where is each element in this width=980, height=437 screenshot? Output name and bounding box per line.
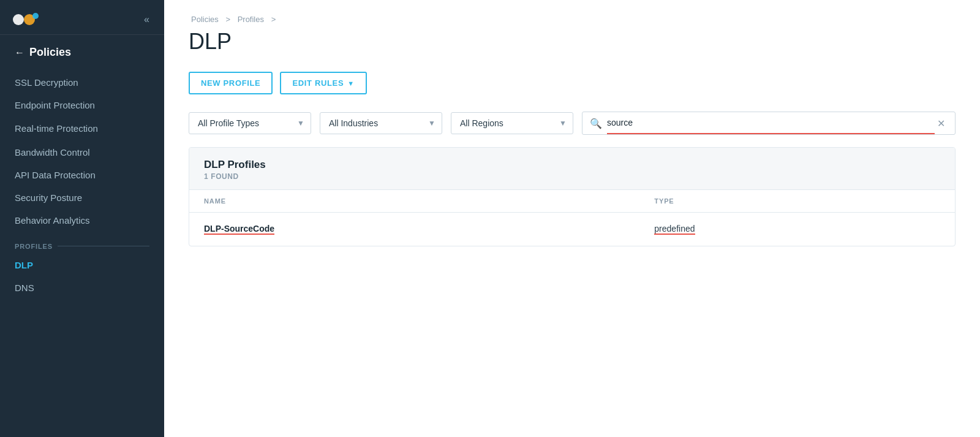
filters-row: All Profile Types Predefined Custom ▼ Al… [189, 112, 956, 135]
sidebar-item-api-data-protection[interactable]: API Data Protection [0, 164, 164, 186]
row-name-link[interactable]: DLP-SourceCode [204, 224, 274, 235]
column-type-header: TYPE [639, 190, 955, 213]
sidebar-item-behavior-analytics[interactable]: Behavior Analytics [0, 209, 164, 232]
back-arrow-icon: ← [15, 47, 24, 58]
toolbar: NEW PROFILE EDIT RULES ▼ [189, 72, 956, 94]
table-header-row: NAME TYPE [189, 190, 955, 213]
breadcrumb-sep1: > [225, 15, 232, 24]
logo-icon [12, 11, 39, 28]
logo [12, 11, 39, 28]
row-name-cell: DLP-SourceCode [189, 213, 639, 246]
sidebar-header: « [0, 0, 164, 35]
edit-rules-dropdown-icon: ▼ [347, 80, 355, 87]
search-box: 🔍 ✕ [582, 112, 956, 135]
industries-filter[interactable]: All Industries Finance Healthcare Techno… [320, 112, 442, 134]
table-count: 1 FOUND [204, 172, 940, 181]
data-table: NAME TYPE DLP-SourceCode predefined [189, 190, 955, 246]
row-type-value: predefined [654, 224, 695, 235]
regions-select[interactable]: All Regions US EU APAC [451, 113, 573, 134]
sidebar-item-realtime-protection[interactable]: Real-time Protection [0, 116, 164, 141]
svg-point-2 [32, 13, 39, 19]
main-content: Policies > Profiles > DLP NEW PROFILE ED… [164, 0, 980, 437]
search-input[interactable] [607, 112, 935, 134]
sidebar-item-security-posture[interactable]: Security Posture [0, 186, 164, 209]
page-title: DLP [189, 29, 956, 55]
sidebar-nav: SSL Decryption Endpoint Protection Real-… [0, 65, 164, 305]
profile-types-select[interactable]: All Profile Types Predefined Custom [189, 113, 311, 134]
sidebar-item-dns[interactable]: DNS [0, 276, 164, 299]
table-section: DLP Profiles 1 FOUND NAME TYPE DLP-Sourc… [189, 147, 956, 246]
svg-point-0 [13, 14, 24, 25]
edit-rules-button[interactable]: EDIT RULES ▼ [280, 72, 366, 94]
table-header-area: DLP Profiles 1 FOUND [189, 148, 955, 190]
profiles-section-label: PROFILES [0, 232, 164, 254]
breadcrumb-policies[interactable]: Policies [191, 15, 219, 24]
edit-rules-label: EDIT RULES [292, 78, 344, 88]
table-row: DLP-SourceCode predefined [189, 213, 955, 246]
breadcrumb-sep2: > [271, 15, 276, 24]
sidebar-item-bandwidth-control[interactable]: Bandwidth Control [0, 141, 164, 164]
sidebar: « ← Policies SSL Decryption Endpoint Pro… [0, 0, 164, 437]
new-profile-label: NEW PROFILE [201, 78, 260, 88]
sidebar-item-endpoint-protection[interactable]: Endpoint Protection [0, 94, 164, 116]
profile-types-filter[interactable]: All Profile Types Predefined Custom ▼ [189, 112, 311, 134]
search-icon: 🔍 [590, 118, 602, 129]
breadcrumb: Policies > Profiles > [189, 15, 956, 24]
row-type-cell: predefined [639, 213, 955, 246]
column-name-header: NAME [189, 190, 639, 213]
back-nav[interactable]: ← Policies [0, 35, 164, 65]
sidebar-item-dlp[interactable]: DLP [0, 254, 164, 276]
sidebar-item-ssl-decryption[interactable]: SSL Decryption [0, 71, 164, 94]
collapse-button[interactable]: « [141, 12, 152, 28]
search-clear-button[interactable]: ✕ [935, 116, 948, 131]
breadcrumb-profiles[interactable]: Profiles [238, 15, 264, 24]
back-nav-label: Policies [29, 46, 71, 59]
table-title: DLP Profiles [204, 159, 940, 171]
industries-select[interactable]: All Industries Finance Healthcare Techno… [320, 113, 442, 134]
regions-filter[interactable]: All Regions US EU APAC ▼ [451, 112, 573, 134]
new-profile-button[interactable]: NEW PROFILE [189, 72, 273, 94]
